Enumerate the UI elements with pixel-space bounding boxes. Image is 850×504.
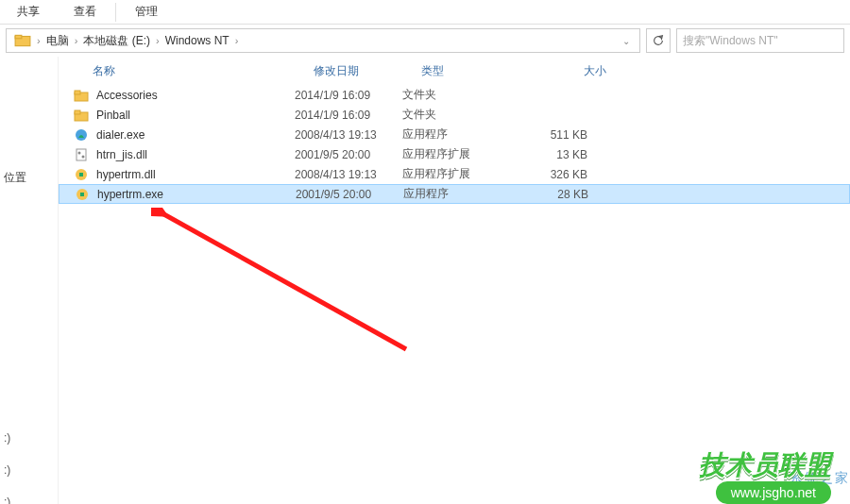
svg-point-9 — [82, 155, 85, 158]
sidebar-colon-1: :) — [0, 422, 58, 454]
search-input[interactable]: 搜索"Windows NT" — [676, 28, 844, 53]
file-name: hypertrm.exe — [97, 188, 163, 201]
file-name: hypertrm.dll — [96, 168, 156, 181]
file-date: 2014/1/9 16:09 — [295, 89, 402, 102]
folder-icon — [74, 88, 89, 103]
file-name: htrn_jis.dll — [96, 148, 147, 161]
svg-rect-3 — [75, 91, 80, 94]
file-row[interactable]: Accessories 2014/1/9 16:09 文件夹 — [59, 85, 850, 105]
sidebar-colon-2: :) — [0, 454, 58, 486]
dialer-icon — [74, 127, 89, 143]
share-tab[interactable]: 共享 — [0, 0, 57, 24]
chevron-right-icon: › — [150, 35, 165, 46]
sidebar-colon-3: :) — [0, 486, 58, 504]
breadcrumb-folder[interactable]: Windows NT — [165, 34, 230, 47]
watermark-brand: 技术员联盟 — [699, 447, 831, 483]
svg-rect-13 — [80, 193, 84, 196]
file-size: 326 KB — [518, 168, 616, 181]
manage-tab[interactable]: 管理 — [118, 0, 175, 24]
svg-rect-7 — [76, 149, 86, 160]
file-date: 2001/9/5 20:00 — [296, 188, 403, 201]
file-name: Accessories — [96, 89, 158, 102]
refresh-button[interactable] — [646, 28, 671, 53]
hypertrm-icon — [74, 167, 89, 182]
file-type: 文件夹 — [402, 107, 518, 123]
file-row[interactable]: dialer.exe 2008/4/13 19:13 应用程序 511 KB — [59, 125, 850, 144]
refresh-icon — [652, 34, 665, 47]
svg-rect-1 — [15, 35, 22, 38]
hypertrm-icon — [75, 187, 90, 202]
file-row[interactable]: Pinball 2014/1/9 16:09 文件夹 — [59, 105, 850, 125]
file-size: 13 KB — [518, 148, 616, 161]
file-size: 28 KB — [518, 188, 617, 201]
chevron-down-icon[interactable]: ⌄ — [622, 36, 630, 46]
file-type: 应用程序扩展 — [402, 166, 518, 182]
folder-icon — [74, 108, 89, 123]
file-type: 应用程序扩展 — [402, 146, 518, 162]
file-list: 名称 修改日期 类型 大小 Accessories 2014/1/9 16:09… — [59, 57, 850, 504]
breadcrumb[interactable]: › 电脑 › 本地磁盘 (E:) › Windows NT › ⌄ — [6, 28, 640, 53]
view-tab[interactable]: 查看 — [57, 0, 113, 24]
watermark-url: www.jsgho.net — [716, 481, 831, 504]
file-name: dialer.exe — [96, 128, 144, 142]
file-row[interactable]: htrn_jis.dll 2001/9/5 20:00 应用程序扩展 13 KB — [59, 144, 850, 164]
svg-point-8 — [78, 151, 81, 154]
dll-icon — [74, 147, 89, 162]
chevron-right-icon: › — [230, 35, 245, 46]
file-type: 应用程序 — [403, 186, 518, 202]
file-type: 应用程序 — [402, 126, 518, 143]
file-row[interactable]: hypertrm.exe 2001/9/5 20:00 应用程序 28 KB — [59, 184, 850, 204]
column-name[interactable]: 名称 — [93, 63, 314, 79]
file-date: 2008/4/13 19:13 — [295, 128, 402, 142]
file-row[interactable]: hypertrm.dll 2008/4/13 19:13 应用程序扩展 326 … — [59, 164, 850, 184]
breadcrumb-drive[interactable]: 本地磁盘 (E:) — [83, 33, 150, 49]
chevron-right-icon: › — [31, 35, 46, 46]
folder-icon — [14, 32, 31, 49]
svg-rect-5 — [75, 110, 80, 114]
column-size[interactable]: 大小 — [536, 63, 635, 79]
file-type: 文件夹 — [402, 87, 518, 103]
file-date: 2014/1/9 16:09 — [295, 109, 402, 122]
chevron-right-icon: › — [69, 35, 84, 46]
file-name: Pinball — [96, 109, 130, 122]
file-date: 2001/9/5 20:00 — [295, 148, 402, 161]
column-date[interactable]: 修改日期 — [314, 63, 421, 79]
column-type[interactable]: 类型 — [421, 63, 536, 79]
sidebar: 位置 :) :) :) — [0, 57, 59, 504]
file-size: 511 KB — [518, 128, 616, 142]
sidebar-item-location[interactable]: 位置 — [0, 160, 58, 195]
breadcrumb-computer[interactable]: 电脑 — [46, 33, 69, 49]
file-date: 2008/4/13 19:13 — [295, 168, 402, 181]
svg-rect-11 — [79, 173, 83, 176]
column-headers[interactable]: 名称 修改日期 类型 大小 — [59, 57, 850, 85]
divider — [115, 3, 116, 22]
